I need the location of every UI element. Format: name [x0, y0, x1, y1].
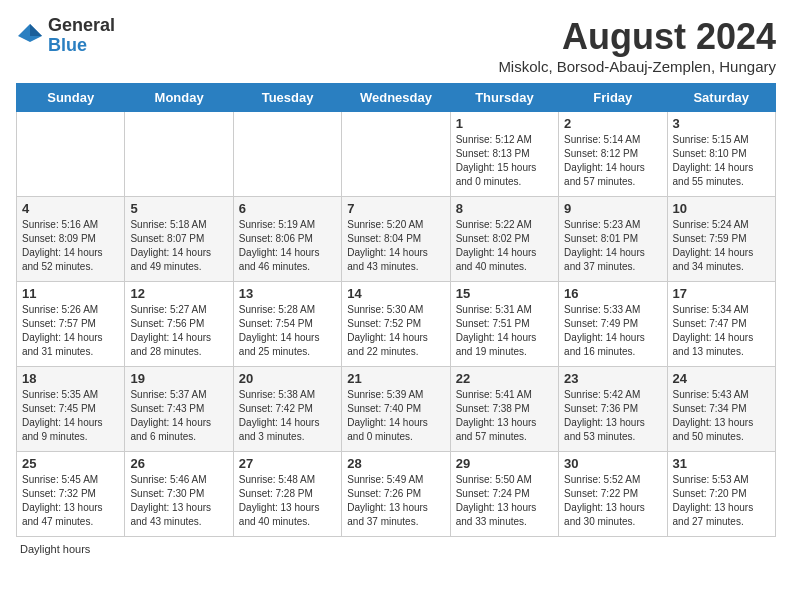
calendar-header-tuesday: Tuesday	[233, 84, 341, 112]
calendar-day-cell	[233, 112, 341, 197]
day-number: 12	[130, 286, 227, 301]
day-number: 29	[456, 456, 553, 471]
day-number: 9	[564, 201, 661, 216]
calendar-day-cell	[17, 112, 125, 197]
daylight-hours-label: Daylight hours	[20, 543, 90, 555]
day-info: Sunrise: 5:43 AM Sunset: 7:34 PM Dayligh…	[673, 388, 770, 444]
day-number: 19	[130, 371, 227, 386]
calendar-day-cell: 3Sunrise: 5:15 AM Sunset: 8:10 PM Daylig…	[667, 112, 775, 197]
logo-general: General	[48, 16, 115, 36]
day-info: Sunrise: 5:33 AM Sunset: 7:49 PM Dayligh…	[564, 303, 661, 359]
calendar-header-saturday: Saturday	[667, 84, 775, 112]
calendar-header-sunday: Sunday	[17, 84, 125, 112]
day-info: Sunrise: 5:42 AM Sunset: 7:36 PM Dayligh…	[564, 388, 661, 444]
calendar-day-cell: 1Sunrise: 5:12 AM Sunset: 8:13 PM Daylig…	[450, 112, 558, 197]
day-info: Sunrise: 5:37 AM Sunset: 7:43 PM Dayligh…	[130, 388, 227, 444]
calendar-header-monday: Monday	[125, 84, 233, 112]
day-number: 7	[347, 201, 444, 216]
calendar-day-cell: 24Sunrise: 5:43 AM Sunset: 7:34 PM Dayli…	[667, 367, 775, 452]
calendar-header-friday: Friday	[559, 84, 667, 112]
svg-marker-1	[30, 24, 42, 36]
calendar-week-row: 18Sunrise: 5:35 AM Sunset: 7:45 PM Dayli…	[17, 367, 776, 452]
day-number: 15	[456, 286, 553, 301]
day-info: Sunrise: 5:52 AM Sunset: 7:22 PM Dayligh…	[564, 473, 661, 529]
day-info: Sunrise: 5:30 AM Sunset: 7:52 PM Dayligh…	[347, 303, 444, 359]
calendar-week-row: 1Sunrise: 5:12 AM Sunset: 8:13 PM Daylig…	[17, 112, 776, 197]
day-info: Sunrise: 5:12 AM Sunset: 8:13 PM Dayligh…	[456, 133, 553, 189]
day-number: 4	[22, 201, 119, 216]
calendar-day-cell: 19Sunrise: 5:37 AM Sunset: 7:43 PM Dayli…	[125, 367, 233, 452]
day-number: 2	[564, 116, 661, 131]
day-number: 14	[347, 286, 444, 301]
calendar-header-wednesday: Wednesday	[342, 84, 450, 112]
calendar-day-cell: 29Sunrise: 5:50 AM Sunset: 7:24 PM Dayli…	[450, 452, 558, 537]
calendar-day-cell: 25Sunrise: 5:45 AM Sunset: 7:32 PM Dayli…	[17, 452, 125, 537]
day-info: Sunrise: 5:39 AM Sunset: 7:40 PM Dayligh…	[347, 388, 444, 444]
day-info: Sunrise: 5:18 AM Sunset: 8:07 PM Dayligh…	[130, 218, 227, 274]
calendar-day-cell: 27Sunrise: 5:48 AM Sunset: 7:28 PM Dayli…	[233, 452, 341, 537]
calendar-day-cell: 22Sunrise: 5:41 AM Sunset: 7:38 PM Dayli…	[450, 367, 558, 452]
day-info: Sunrise: 5:23 AM Sunset: 8:01 PM Dayligh…	[564, 218, 661, 274]
day-number: 30	[564, 456, 661, 471]
day-info: Sunrise: 5:49 AM Sunset: 7:26 PM Dayligh…	[347, 473, 444, 529]
day-number: 23	[564, 371, 661, 386]
day-info: Sunrise: 5:28 AM Sunset: 7:54 PM Dayligh…	[239, 303, 336, 359]
calendar-week-row: 4Sunrise: 5:16 AM Sunset: 8:09 PM Daylig…	[17, 197, 776, 282]
calendar-day-cell: 28Sunrise: 5:49 AM Sunset: 7:26 PM Dayli…	[342, 452, 450, 537]
day-info: Sunrise: 5:19 AM Sunset: 8:06 PM Dayligh…	[239, 218, 336, 274]
calendar-header-row: SundayMondayTuesdayWednesdayThursdayFrid…	[17, 84, 776, 112]
day-number: 24	[673, 371, 770, 386]
calendar-table: SundayMondayTuesdayWednesdayThursdayFrid…	[16, 83, 776, 537]
calendar-day-cell: 13Sunrise: 5:28 AM Sunset: 7:54 PM Dayli…	[233, 282, 341, 367]
day-number: 5	[130, 201, 227, 216]
calendar-day-cell: 7Sunrise: 5:20 AM Sunset: 8:04 PM Daylig…	[342, 197, 450, 282]
day-number: 27	[239, 456, 336, 471]
day-number: 31	[673, 456, 770, 471]
day-info: Sunrise: 5:16 AM Sunset: 8:09 PM Dayligh…	[22, 218, 119, 274]
day-number: 21	[347, 371, 444, 386]
day-number: 6	[239, 201, 336, 216]
day-number: 22	[456, 371, 553, 386]
day-number: 13	[239, 286, 336, 301]
day-info: Sunrise: 5:53 AM Sunset: 7:20 PM Dayligh…	[673, 473, 770, 529]
calendar-day-cell: 2Sunrise: 5:14 AM Sunset: 8:12 PM Daylig…	[559, 112, 667, 197]
calendar-day-cell: 21Sunrise: 5:39 AM Sunset: 7:40 PM Dayli…	[342, 367, 450, 452]
logo-text: General Blue	[48, 16, 115, 56]
calendar-day-cell: 9Sunrise: 5:23 AM Sunset: 8:01 PM Daylig…	[559, 197, 667, 282]
calendar-day-cell: 4Sunrise: 5:16 AM Sunset: 8:09 PM Daylig…	[17, 197, 125, 282]
day-number: 16	[564, 286, 661, 301]
day-info: Sunrise: 5:31 AM Sunset: 7:51 PM Dayligh…	[456, 303, 553, 359]
footer-note: Daylight hours	[16, 543, 776, 555]
page-header: General Blue August 2024 Miskolc, Borsod…	[16, 16, 776, 75]
logo: General Blue	[16, 16, 115, 56]
calendar-day-cell: 8Sunrise: 5:22 AM Sunset: 8:02 PM Daylig…	[450, 197, 558, 282]
day-info: Sunrise: 5:20 AM Sunset: 8:04 PM Dayligh…	[347, 218, 444, 274]
calendar-day-cell: 26Sunrise: 5:46 AM Sunset: 7:30 PM Dayli…	[125, 452, 233, 537]
calendar-week-row: 25Sunrise: 5:45 AM Sunset: 7:32 PM Dayli…	[17, 452, 776, 537]
calendar-day-cell: 30Sunrise: 5:52 AM Sunset: 7:22 PM Dayli…	[559, 452, 667, 537]
calendar-day-cell: 18Sunrise: 5:35 AM Sunset: 7:45 PM Dayli…	[17, 367, 125, 452]
day-number: 10	[673, 201, 770, 216]
title-area: August 2024 Miskolc, Borsod-Abauj-Zemple…	[498, 16, 776, 75]
logo-icon	[16, 22, 44, 50]
day-info: Sunrise: 5:46 AM Sunset: 7:30 PM Dayligh…	[130, 473, 227, 529]
calendar-day-cell	[342, 112, 450, 197]
day-info: Sunrise: 5:15 AM Sunset: 8:10 PM Dayligh…	[673, 133, 770, 189]
calendar-day-cell: 12Sunrise: 5:27 AM Sunset: 7:56 PM Dayli…	[125, 282, 233, 367]
calendar-week-row: 11Sunrise: 5:26 AM Sunset: 7:57 PM Dayli…	[17, 282, 776, 367]
calendar-day-cell: 23Sunrise: 5:42 AM Sunset: 7:36 PM Dayli…	[559, 367, 667, 452]
day-info: Sunrise: 5:41 AM Sunset: 7:38 PM Dayligh…	[456, 388, 553, 444]
day-info: Sunrise: 5:26 AM Sunset: 7:57 PM Dayligh…	[22, 303, 119, 359]
day-number: 11	[22, 286, 119, 301]
day-info: Sunrise: 5:50 AM Sunset: 7:24 PM Dayligh…	[456, 473, 553, 529]
day-info: Sunrise: 5:27 AM Sunset: 7:56 PM Dayligh…	[130, 303, 227, 359]
day-info: Sunrise: 5:45 AM Sunset: 7:32 PM Dayligh…	[22, 473, 119, 529]
month-title: August 2024	[498, 16, 776, 58]
calendar-day-cell: 16Sunrise: 5:33 AM Sunset: 7:49 PM Dayli…	[559, 282, 667, 367]
day-number: 17	[673, 286, 770, 301]
day-info: Sunrise: 5:24 AM Sunset: 7:59 PM Dayligh…	[673, 218, 770, 274]
day-info: Sunrise: 5:14 AM Sunset: 8:12 PM Dayligh…	[564, 133, 661, 189]
calendar-day-cell: 10Sunrise: 5:24 AM Sunset: 7:59 PM Dayli…	[667, 197, 775, 282]
calendar-day-cell: 17Sunrise: 5:34 AM Sunset: 7:47 PM Dayli…	[667, 282, 775, 367]
day-number: 8	[456, 201, 553, 216]
